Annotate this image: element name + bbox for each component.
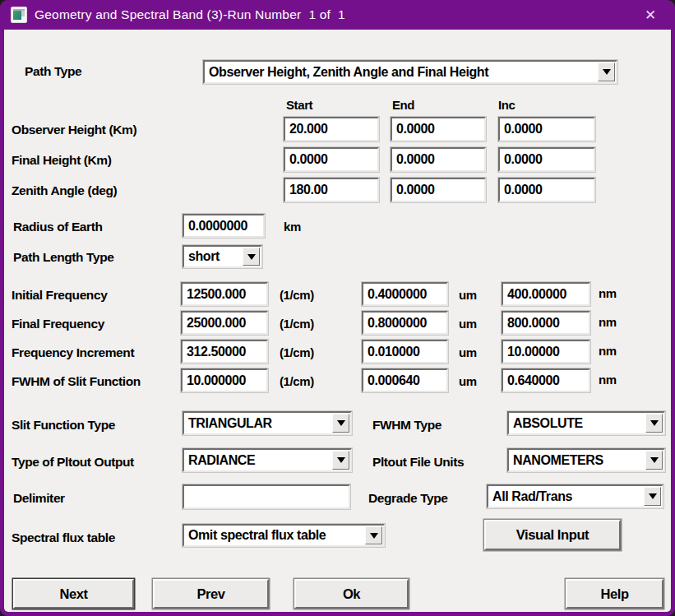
zenith-angle-start-input[interactable] bbox=[284, 178, 379, 202]
app-icon-plot-part bbox=[13, 11, 21, 20]
fwhm-slit-nm-unit: nm bbox=[599, 373, 617, 387]
frequency-increment-cm-unit: (1/cm) bbox=[280, 345, 314, 359]
frequency-increment-nm-unit: nm bbox=[599, 344, 617, 358]
observer-height-start-input[interactable] bbox=[284, 117, 379, 141]
fwhm-slit-nm-input[interactable] bbox=[502, 368, 590, 392]
pltout-units-label: Pltout File Units bbox=[372, 455, 464, 470]
chevron-down-icon bbox=[650, 457, 659, 463]
initial-frequency-um-input[interactable] bbox=[362, 282, 448, 306]
pltout-units-value: NANOMETERS bbox=[509, 451, 645, 470]
radius-of-earth-unit: km bbox=[284, 220, 301, 234]
initial-frequency-nm-unit: nm bbox=[599, 286, 617, 300]
chevron-down-icon bbox=[603, 69, 611, 75]
fwhm-type-value: ABSOLUTE bbox=[509, 414, 645, 433]
inc-column-header: Inc bbox=[498, 98, 515, 112]
frequency-increment-cm-input[interactable] bbox=[181, 340, 268, 364]
delimiter-label: Delimiter bbox=[13, 491, 65, 506]
path-type-value: Observer Height, Zenith Angle and Final … bbox=[205, 63, 597, 82]
radius-of-earth-input[interactable] bbox=[183, 214, 265, 238]
app-icon bbox=[11, 7, 27, 23]
degrade-type-label: Degrade Type bbox=[368, 491, 448, 506]
delimiter-input[interactable] bbox=[183, 484, 350, 509]
final-height-end-input[interactable] bbox=[391, 147, 486, 172]
frequency-increment-um-unit: um bbox=[459, 345, 477, 359]
initial-frequency-label: Initial Frequency bbox=[12, 288, 107, 303]
path-length-type-combo[interactable]: short bbox=[183, 245, 262, 268]
slit-function-type-dropdown-button[interactable] bbox=[332, 414, 349, 433]
observer-height-label: Observer Height (Km) bbox=[12, 123, 136, 137]
chevron-down-icon bbox=[370, 533, 378, 539]
fwhm-slit-um-input[interactable] bbox=[362, 368, 448, 392]
final-height-label: Final Height (Km) bbox=[12, 153, 112, 168]
title-bar[interactable]: Geometry and Spectral Band (3)-Run Numbe… bbox=[0, 0, 675, 30]
observer-height-inc-input[interactable] bbox=[498, 117, 595, 141]
spectral-flux-value: Omit spectral flux table bbox=[184, 526, 364, 545]
spectral-flux-combo[interactable]: Omit spectral flux table bbox=[183, 524, 385, 547]
window-title: Geometry and Spectral Band (3)-Run Numbe… bbox=[35, 0, 345, 30]
fwhm-slit-cm-input[interactable] bbox=[181, 368, 268, 392]
chevron-down-icon bbox=[650, 420, 659, 426]
frequency-increment-label: Frequency Increment bbox=[12, 345, 134, 360]
observer-height-end-input[interactable] bbox=[391, 117, 486, 141]
help-button[interactable]: Help bbox=[566, 579, 663, 609]
chevron-down-icon bbox=[337, 457, 345, 463]
path-type-combo[interactable]: Observer Height, Zenith Angle and Final … bbox=[203, 60, 617, 84]
final-height-inc-input[interactable] bbox=[498, 147, 595, 172]
close-icon[interactable]: ✕ bbox=[632, 0, 668, 30]
chevron-down-icon bbox=[337, 420, 345, 426]
zenith-angle-inc-input[interactable] bbox=[498, 178, 595, 202]
path-type-dropdown-button[interactable] bbox=[598, 63, 615, 81]
path-length-type-value: short bbox=[184, 247, 242, 266]
fwhm-type-dropdown-button[interactable] bbox=[645, 414, 663, 433]
fwhm-type-label: FWHM Type bbox=[372, 418, 442, 433]
fwhm-slit-um-unit: um bbox=[459, 374, 477, 388]
initial-frequency-cm-unit: (1/cm) bbox=[280, 288, 314, 302]
final-height-start-input[interactable] bbox=[284, 147, 379, 172]
fwhm-type-combo[interactable]: ABSOLUTE bbox=[507, 411, 665, 435]
path-type-label: Path Type bbox=[25, 64, 81, 79]
fwhm-slit-cm-unit: (1/cm) bbox=[280, 374, 314, 388]
spectral-flux-dropdown-button[interactable] bbox=[365, 526, 382, 544]
frequency-increment-nm-input[interactable] bbox=[502, 340, 590, 364]
prev-button[interactable]: Prev bbox=[153, 579, 269, 609]
spectral-flux-label: Spectral flux table bbox=[12, 530, 115, 545]
degrade-type-combo[interactable]: All Rad/Trans bbox=[487, 484, 663, 508]
pltout-output-combo[interactable]: RADIANCE bbox=[183, 448, 352, 472]
final-frequency-label: Final Frequency bbox=[12, 317, 104, 331]
pltout-output-label: Type of Pltout Output bbox=[12, 455, 134, 470]
slit-function-type-label: Slit Function Type bbox=[12, 418, 115, 433]
pltout-output-value: RADIANCE bbox=[184, 451, 331, 470]
degrade-type-dropdown-button[interactable] bbox=[644, 487, 661, 506]
chevron-down-icon bbox=[649, 493, 657, 499]
dialog-window: Geometry and Spectral Band (3)-Run Numbe… bbox=[0, 0, 675, 616]
path-length-type-dropdown-button[interactable] bbox=[243, 248, 260, 266]
frequency-increment-um-input[interactable] bbox=[362, 340, 448, 364]
radius-of-earth-label: Radius of Earth bbox=[13, 220, 103, 234]
pltout-output-dropdown-button[interactable] bbox=[332, 451, 349, 470]
fwhm-slit-label: FWHM of Slit Function bbox=[12, 374, 141, 389]
visual-input-button[interactable]: Visual Input bbox=[484, 520, 621, 550]
initial-frequency-um-unit: um bbox=[459, 288, 477, 302]
slit-function-type-combo[interactable]: TRIANGULAR bbox=[183, 411, 352, 435]
initial-frequency-cm-input[interactable] bbox=[181, 282, 268, 306]
initial-frequency-nm-input[interactable] bbox=[502, 282, 590, 306]
chevron-down-icon bbox=[247, 254, 256, 260]
pltout-units-dropdown-button[interactable] bbox=[645, 451, 663, 470]
app-icon-panel-part bbox=[21, 11, 25, 16]
next-button[interactable]: Next bbox=[13, 579, 134, 609]
final-frequency-um-unit: um bbox=[459, 317, 477, 331]
zenith-angle-end-input[interactable] bbox=[391, 178, 486, 202]
zenith-angle-label: Zenith Angle (deg) bbox=[12, 183, 117, 198]
pltout-units-combo[interactable]: NANOMETERS bbox=[507, 448, 665, 472]
final-frequency-nm-unit: nm bbox=[599, 315, 617, 329]
final-frequency-cm-input[interactable] bbox=[181, 311, 268, 335]
path-length-type-label: Path Length Type bbox=[13, 250, 113, 265]
end-column-header: End bbox=[392, 98, 414, 112]
final-frequency-nm-input[interactable] bbox=[502, 311, 590, 335]
ok-button[interactable]: Ok bbox=[294, 579, 409, 609]
degrade-type-value: All Rad/Trans bbox=[488, 487, 643, 507]
start-column-header: Start bbox=[286, 98, 312, 112]
final-frequency-um-input[interactable] bbox=[362, 311, 448, 335]
slit-function-type-value: TRIANGULAR bbox=[184, 414, 331, 433]
final-frequency-cm-unit: (1/cm) bbox=[280, 317, 314, 331]
